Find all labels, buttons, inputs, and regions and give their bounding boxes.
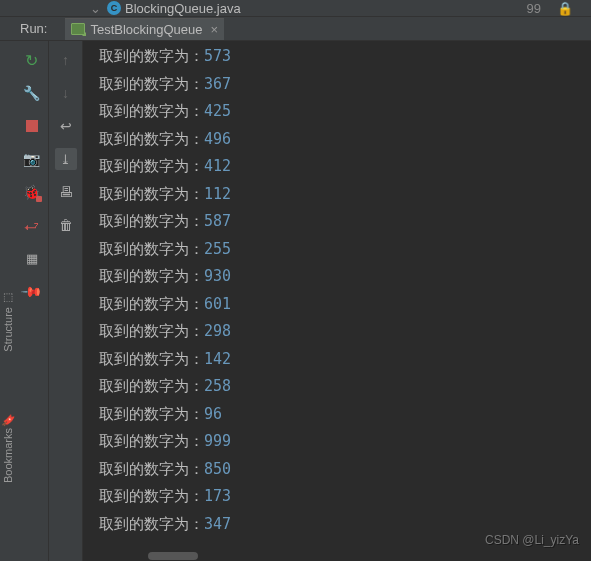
- console-line: 取到的数字为：850: [99, 456, 591, 484]
- run-toolbar-secondary: ↑ ↓ ↩ ⤓ 🖶 🗑: [49, 41, 83, 561]
- class-file-icon: C: [107, 1, 121, 15]
- run-tab[interactable]: TestBlockingQueue ×: [65, 18, 224, 40]
- chevron-down-icon[interactable]: ⌄: [90, 1, 101, 16]
- layout-button[interactable]: ▦: [21, 247, 43, 269]
- pin-button[interactable]: 📌: [21, 280, 43, 302]
- rerun-button[interactable]: ↻: [21, 49, 43, 71]
- console-line: 取到的数字为：601: [99, 291, 591, 319]
- console-line: 取到的数字为：258: [99, 373, 591, 401]
- run-toolbar-primary: ↻ 🔧 📷 🐞 ⮐ ▦ 📌: [15, 41, 49, 561]
- console-line: 取到的数字为：587: [99, 208, 591, 236]
- lock-icon: 🔒: [557, 1, 573, 16]
- run-tab-name: TestBlockingQueue: [90, 22, 202, 37]
- console-line: 取到的数字为：999: [99, 428, 591, 456]
- exit-button[interactable]: ⮐: [21, 214, 43, 236]
- console-line: 取到的数字为：496: [99, 126, 591, 154]
- file-name: BlockingQueue.java: [125, 1, 241, 16]
- trash-button[interactable]: 🗑: [55, 214, 77, 236]
- console-line: 取到的数字为：367: [99, 71, 591, 99]
- editor-tab-bar: ⌄ C BlockingQueue.java 99 🔒: [0, 0, 591, 17]
- console-line: 取到的数字为：142: [99, 346, 591, 374]
- console-output[interactable]: 取到的数字为：573取到的数字为：367取到的数字为：425取到的数字为：496…: [83, 41, 591, 561]
- stop-button[interactable]: [21, 115, 43, 137]
- console-line: 取到的数字为：112: [99, 181, 591, 209]
- console-line: 取到的数字为：96: [99, 401, 591, 429]
- scrollbar-thumb[interactable]: [148, 552, 198, 560]
- run-label: Run:: [20, 21, 47, 36]
- console-line: 取到的数字为：298: [99, 318, 591, 346]
- wrap-button[interactable]: ↩: [55, 115, 77, 137]
- horizontal-scrollbar[interactable]: [83, 551, 583, 561]
- console-line: 取到的数字为：573: [99, 43, 591, 71]
- run-tool-bar: Run: TestBlockingQueue ×: [0, 17, 591, 41]
- sidebar-structure[interactable]: Structure ⬚: [1, 291, 14, 352]
- console-line: 取到的数字为：173: [99, 483, 591, 511]
- line-number: 99: [527, 1, 541, 16]
- bookmark-icon: 🔖: [1, 412, 14, 425]
- structure-icon: ⬚: [1, 291, 14, 304]
- camera-button[interactable]: 📷: [21, 148, 43, 170]
- down-button[interactable]: ↓: [55, 82, 77, 104]
- sidebar-bookmarks[interactable]: Bookmarks 🔖: [1, 412, 14, 483]
- console-line: 取到的数字为：412: [99, 153, 591, 181]
- wrench-button[interactable]: 🔧: [21, 82, 43, 104]
- print-button[interactable]: 🖶: [55, 181, 77, 203]
- console-line: 取到的数字为：425: [99, 98, 591, 126]
- debug-button[interactable]: 🐞: [21, 181, 43, 203]
- close-icon[interactable]: ×: [210, 22, 218, 37]
- console-line: 取到的数字为：930: [99, 263, 591, 291]
- console-line: 取到的数字为：255: [99, 236, 591, 264]
- scroll-end-button[interactable]: ⤓: [55, 148, 77, 170]
- up-button[interactable]: ↑: [55, 49, 77, 71]
- left-sidebar: Structure ⬚ Bookmarks 🔖: [0, 41, 15, 561]
- run-config-icon: [71, 23, 85, 35]
- watermark: CSDN @Li_yizYa: [485, 533, 579, 547]
